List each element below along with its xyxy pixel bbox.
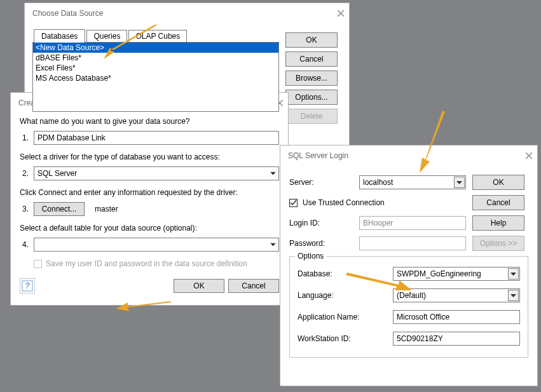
create-new-data-source-dialog: Create New Data Source What name do you … [10, 92, 289, 306]
list-item[interactable]: <New Data Source> [33, 43, 278, 53]
chevron-down-icon [270, 172, 276, 175]
cancel-button[interactable]: Cancel [228, 279, 279, 293]
sql-titlebar: SQL Server Login [280, 145, 537, 166]
appname-label: Application Name: [298, 313, 393, 321]
cds-title: Choose Data Source [32, 9, 103, 18]
database-value: SWPDM_GoEngineering [397, 269, 481, 278]
options-legend: Options [295, 252, 326, 260]
login-label: Login ID: [289, 219, 359, 227]
login-id-input [359, 216, 466, 230]
row1-num: 1. [20, 133, 29, 142]
driver-select[interactable]: SQL Server [34, 166, 279, 180]
connected-db-label: master [95, 205, 118, 213]
workstation-label: WorkStation ID: [298, 334, 393, 343]
row3-num: 3. [20, 205, 29, 213]
appname-input[interactable] [393, 310, 520, 324]
language-label: Language: [298, 291, 393, 300]
cds-titlebar: Choose Data Source [25, 3, 349, 24]
database-combo[interactable]: SWPDM_GoEngineering [393, 267, 520, 281]
list-item[interactable]: Excel Files* [33, 63, 278, 73]
ok-button[interactable]: OK [472, 175, 524, 190]
options-button: Options >> [472, 236, 524, 251]
workstation-input[interactable] [393, 332, 520, 346]
list-item[interactable]: dBASE Files* [33, 53, 278, 63]
row2-num: 2. [20, 169, 29, 178]
datasource-name-input[interactable] [34, 131, 279, 145]
ok-button[interactable]: OK [285, 32, 338, 48]
sql-server-login-dialog: SQL Server Login Server: localhost OK Us… [280, 145, 538, 386]
q2-label: Select a driver for the type of database… [20, 152, 279, 161]
browse-button[interactable]: Browse... [285, 71, 338, 86]
trusted-connection-label: Use Trusted Connection [303, 198, 385, 207]
chevron-down-icon [270, 243, 276, 247]
close-icon[interactable] [526, 152, 532, 159]
options-fieldset: Options Database: SWPDM_GoEngineering La… [289, 256, 528, 358]
password-input [359, 236, 466, 250]
driver-value: SQL Server [38, 169, 77, 178]
save-creds-label: Save my user ID and password in the data… [46, 259, 247, 268]
chevron-down-icon [508, 290, 519, 301]
ok-button[interactable]: OK [174, 279, 224, 293]
language-combo[interactable]: (Default) [393, 288, 520, 302]
trusted-connection-checkbox[interactable] [289, 199, 298, 207]
options-button[interactable]: Options... [285, 90, 338, 105]
chevron-down-icon [454, 177, 465, 188]
tab-databases[interactable]: Databases [34, 29, 85, 43]
help-icon[interactable]: ? [20, 278, 35, 294]
cancel-button[interactable]: Cancel [472, 195, 524, 210]
server-label: Server: [289, 178, 359, 187]
save-creds-checkbox [34, 260, 42, 268]
server-value: localhost [363, 178, 393, 187]
delete-button: Delete [285, 109, 338, 124]
tab-queries[interactable]: Queries [86, 30, 127, 43]
database-label: Database: [298, 269, 393, 278]
tab-olap-cubes[interactable]: OLAP Cubes [128, 30, 187, 43]
help-button[interactable]: Help [472, 215, 524, 231]
q1-label: What name do you want to give your data … [20, 117, 279, 126]
cancel-button[interactable]: Cancel [285, 51, 338, 67]
row4-num: 4. [20, 240, 29, 249]
connect-button[interactable]: Connect... [34, 202, 85, 216]
server-combo[interactable]: localhost [359, 175, 466, 189]
svg-text:?: ? [25, 281, 30, 290]
list-item[interactable]: MS Access Database* [33, 73, 278, 83]
q3-label: Click Connect and enter any information … [20, 188, 279, 197]
cds-tabs: Databases Queries OLAP Cubes [32, 29, 279, 42]
close-icon[interactable] [338, 10, 344, 17]
q4-label: Select a default table for your data sou… [20, 224, 279, 233]
password-label: Password: [289, 239, 359, 248]
language-value: (Default) [397, 291, 426, 300]
data-source-listbox[interactable]: <New Data Source> dBASE Files* Excel Fil… [32, 42, 279, 112]
sql-title: SQL Server Login [288, 151, 348, 160]
default-table-select[interactable] [34, 238, 279, 252]
chevron-down-icon [508, 268, 519, 280]
